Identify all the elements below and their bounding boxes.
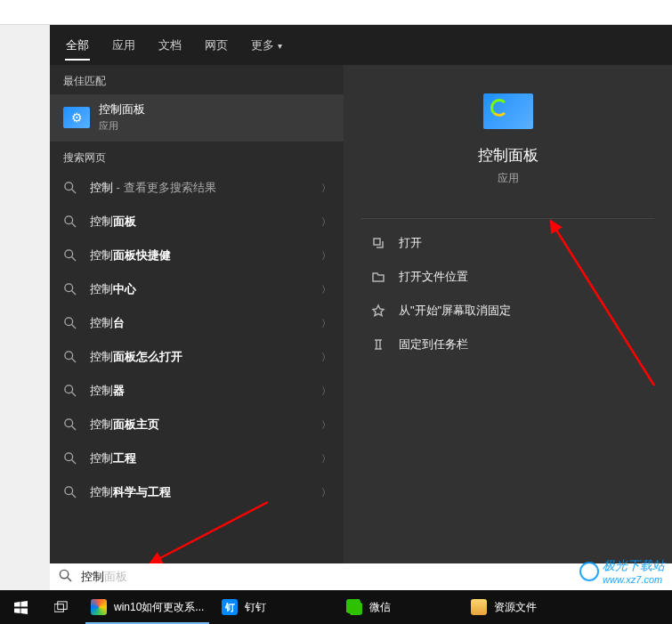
action-pin-taskbar[interactable]: 固定到任务栏	[344, 328, 672, 361]
svg-point-22	[60, 570, 68, 578]
svg-point-6	[65, 284, 73, 292]
unpin-icon	[370, 304, 386, 318]
browser-icon	[91, 599, 107, 615]
svg-line-15	[72, 426, 76, 430]
dingding-icon: 钉	[222, 599, 238, 615]
chevron-down-icon: ▾	[278, 41, 282, 51]
web-result-item[interactable]: 控制器〉	[50, 374, 344, 408]
taskbar-app-dingding[interactable]: 钉 钉钉	[213, 590, 337, 624]
svg-line-9	[72, 325, 76, 328]
svg-line-13	[72, 393, 76, 396]
section-search-web: 搜索网页	[50, 142, 344, 171]
chevron-right-icon: 〉	[321, 182, 331, 195]
svg-rect-25	[57, 601, 66, 609]
svg-line-11	[72, 359, 76, 362]
action-open[interactable]: 打开	[344, 226, 672, 260]
task-view-button[interactable]	[41, 590, 82, 624]
search-filter-tabs: 全部 应用 文档 网页 更多▾	[50, 25, 672, 65]
start-button[interactable]	[0, 590, 41, 624]
open-icon	[370, 236, 386, 250]
svg-line-5	[72, 257, 76, 261]
chevron-right-icon: 〉	[321, 249, 331, 263]
svg-line-19	[72, 494, 76, 498]
svg-point-16	[65, 453, 73, 461]
result-text: 控制器	[90, 383, 125, 399]
desktop-background	[0, 0, 672, 25]
result-text: 控制台	[90, 315, 125, 331]
control-panel-icon: ⚙	[63, 107, 90, 128]
search-autocomplete-ghost: 面板	[104, 569, 127, 585]
web-result-item[interactable]: 控制面板〉	[50, 205, 344, 239]
search-input-box[interactable]: 控制面板	[50, 563, 672, 590]
svg-point-12	[65, 385, 73, 393]
svg-point-10	[65, 352, 73, 360]
wechat-icon	[346, 599, 362, 615]
result-text: 控制工程	[90, 450, 136, 466]
tab-more[interactable]: 更多▾	[239, 27, 294, 64]
result-text: 控制面板怎么打开	[90, 349, 182, 365]
svg-line-17	[72, 460, 76, 464]
control-panel-large-icon	[483, 93, 533, 129]
preview-right-pane: 控制面板 应用 打开 打开文件位置 从"开始"屏幕取消固定 固定到任务栏	[344, 65, 672, 563]
search-icon	[63, 418, 77, 431]
action-unpin-start[interactable]: 从"开始"屏幕取消固定	[344, 294, 672, 328]
action-open-location[interactable]: 打开文件位置	[344, 260, 672, 294]
web-result-item[interactable]: 控制面板怎么打开〉	[50, 340, 344, 374]
chevron-right-icon: 〉	[321, 418, 331, 432]
chevron-right-icon: 〉	[321, 452, 331, 466]
preview-subtitle: 应用	[344, 171, 672, 186]
chevron-right-icon: 〉	[321, 385, 331, 398]
svg-point-14	[65, 419, 73, 427]
chevron-right-icon: 〉	[321, 215, 331, 229]
svg-point-0	[65, 182, 73, 190]
web-result-item[interactable]: 控制科学与工程〉	[50, 475, 344, 509]
chevron-right-icon: 〉	[321, 283, 331, 296]
task-view-icon	[54, 601, 69, 614]
result-text: 控制科学与工程	[90, 484, 171, 500]
search-icon	[63, 249, 77, 262]
web-result-item[interactable]: 控制面板主页〉	[50, 408, 344, 442]
search-icon	[63, 351, 77, 363]
preview-title: 控制面板	[344, 145, 672, 166]
taskbar: win10如何更改系... 钉 钉钉 微信 资源文件	[0, 590, 672, 624]
windows-logo-icon	[14, 601, 28, 614]
web-result-item[interactable]: 控制工程〉	[50, 442, 344, 475]
preview-hero: 控制面板 应用	[344, 65, 672, 202]
chevron-right-icon: 〉	[321, 317, 331, 330]
tab-web[interactable]: 网页	[193, 27, 239, 64]
folder-location-icon	[370, 270, 386, 284]
taskbar-app-browser[interactable]: win10如何更改系...	[82, 590, 213, 624]
result-text: 控制 - 查看更多搜索结果	[90, 180, 216, 196]
web-result-item[interactable]: 控制中心〉	[50, 272, 344, 306]
result-text: 控制面板快捷健	[90, 247, 171, 263]
svg-line-3	[72, 223, 76, 227]
svg-line-23	[68, 577, 71, 580]
section-best-match: 最佳匹配	[50, 65, 344, 94]
pin-taskbar-icon	[370, 337, 386, 352]
search-icon	[63, 283, 77, 296]
tab-all[interactable]: 全部	[54, 27, 101, 64]
search-typed-text: 控制	[81, 569, 104, 585]
svg-point-8	[65, 318, 73, 326]
result-text: 控制面板	[90, 214, 136, 230]
svg-line-7	[72, 291, 76, 295]
divider	[361, 218, 654, 219]
results-left-pane: 最佳匹配 ⚙ 控制面板 应用 搜索网页 控制 - 查看更多搜索结果〉控制面板〉控…	[50, 65, 344, 563]
web-result-item[interactable]: 控制面板快捷健〉	[50, 239, 344, 272]
web-result-item[interactable]: 控制 - 查看更多搜索结果〉	[50, 171, 344, 205]
search-icon	[63, 452, 77, 465]
tab-docs[interactable]: 文档	[147, 27, 193, 64]
chevron-right-icon: 〉	[321, 351, 331, 364]
taskbar-app-explorer[interactable]: 资源文件	[462, 590, 587, 624]
best-match-subtitle: 应用	[99, 119, 145, 133]
svg-line-1	[72, 190, 76, 193]
result-text: 控制面板主页	[90, 417, 159, 433]
best-match-item[interactable]: ⚙ 控制面板 应用	[50, 94, 344, 142]
web-result-item[interactable]: 控制台〉	[50, 306, 344, 340]
svg-point-4	[65, 250, 73, 258]
result-text: 控制中心	[90, 281, 136, 297]
tab-apps[interactable]: 应用	[101, 27, 147, 64]
taskbar-app-wechat[interactable]: 微信	[337, 590, 462, 624]
search-icon	[63, 486, 77, 498]
search-icon	[63, 182, 77, 194]
